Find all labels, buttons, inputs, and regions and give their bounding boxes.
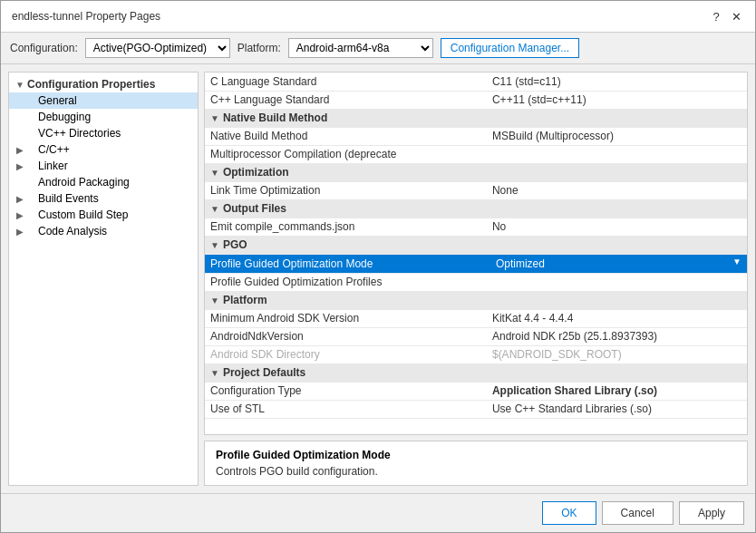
prop-name: C++ Language Standard: [205, 91, 487, 109]
tree-item-build-events[interactable]: ▶ Build Events: [9, 190, 198, 207]
table-row[interactable]: Native Build Method MSBuild (Multiproces…: [205, 127, 747, 145]
table-row[interactable]: Link Time Optimization None: [205, 181, 747, 199]
prop-value: MSBuild (Multiprocessor): [487, 127, 747, 145]
prop-value: C11 (std=c11): [487, 73, 747, 91]
dropdown-arrow-icon[interactable]: ▼: [732, 257, 741, 266]
prop-name-min-sdk: Minimum Android SDK Version: [205, 309, 487, 327]
tree-item-android-packaging[interactable]: Android Packaging: [9, 174, 198, 190]
android-expand-icon: [13, 178, 27, 188]
section-arrow-optimization: ▼: [210, 168, 219, 178]
tree-item-general[interactable]: General: [9, 92, 198, 109]
table-row[interactable]: C++ Language Standard C++11 (std=c++11): [205, 91, 747, 109]
prop-value-pgo-mode: Optimized ▼: [487, 254, 747, 273]
apply-button[interactable]: Apply: [679, 501, 744, 525]
prop-name: Emit compile_commands.json: [205, 218, 487, 236]
section-arrow-native: ▼: [210, 113, 219, 123]
linker-expand-icon: ▶: [13, 161, 27, 171]
section-title-native: ▼Native Build Method: [205, 109, 747, 127]
close-button[interactable]: ✕: [728, 8, 744, 24]
configuration-select[interactable]: Active(PGO-Optimized): [85, 38, 230, 58]
platform-select[interactable]: Android-arm64-v8a: [288, 38, 433, 58]
prop-value-config-type: Application Shared Library (.so): [487, 382, 747, 400]
table-row[interactable]: C Language Standard C11 (std=c11): [205, 73, 747, 91]
tree-root: ▼ Configuration Properties General Debug…: [9, 73, 198, 243]
table-row-pgo-profiles[interactable]: Profile Guided Optimization Profiles: [205, 273, 747, 291]
prop-name: Native Build Method: [205, 127, 487, 145]
section-title-project-defaults: ▼Project Defaults: [205, 363, 747, 382]
build-events-expand-icon: ▶: [13, 194, 27, 204]
section-header-output[interactable]: ▼Output Files: [205, 199, 747, 218]
property-pages-dialog: endless-tunnel Property Pages ? ✕ Config…: [0, 0, 756, 533]
section-header-pgo[interactable]: ▼PGO: [205, 236, 747, 254]
table-row-min-sdk[interactable]: Minimum Android SDK Version KitKat 4.4 -…: [205, 309, 747, 327]
table-row[interactable]: Emit compile_commands.json No: [205, 218, 747, 236]
section-title-optimization: ▼Optimization: [205, 163, 747, 181]
prop-value-pgo-profiles: [487, 273, 747, 291]
tree-item-vc-directories[interactable]: VC++ Directories: [9, 125, 198, 141]
tree-root-label: Configuration Properties: [27, 78, 155, 91]
prop-value-min-sdk: KitKat 4.4 - 4.4.4: [487, 309, 747, 327]
table-row[interactable]: Multiprocessor Compilation (deprecate: [205, 145, 747, 163]
pgo-mode-value: Optimized: [492, 257, 548, 271]
title-bar: endless-tunnel Property Pages ? ✕: [1, 1, 755, 33]
prop-value: [487, 145, 747, 163]
section-arrow-pgo: ▼: [210, 240, 219, 250]
prop-name-pgo-mode: Profile Guided Optimization Mode: [205, 254, 487, 273]
section-title-pgo: ▼PGO: [205, 236, 747, 254]
tree-item-vc-label: VC++ Directories: [38, 127, 121, 140]
prop-value: None: [487, 181, 747, 199]
prop-name: Link Time Optimization: [205, 181, 487, 199]
prop-name: C Language Standard: [205, 73, 487, 91]
prop-name-pgo-profiles: Profile Guided Optimization Profiles: [205, 273, 487, 291]
table-row-sdk-dir[interactable]: Android SDK Directory $(ANDROID_SDK_ROOT…: [205, 345, 747, 363]
section-arrow-output: ▼: [210, 204, 219, 214]
section-header-native[interactable]: ▼Native Build Method: [205, 109, 747, 127]
section-header-project-defaults[interactable]: ▼Project Defaults: [205, 363, 747, 382]
config-label: Configuration:: [10, 42, 78, 54]
section-title-output: ▼Output Files: [205, 199, 747, 218]
tree-item-debugging[interactable]: Debugging: [9, 109, 198, 125]
tree-item-cpp[interactable]: ▶ C/C++: [9, 141, 198, 158]
general-expand-icon: [13, 96, 27, 106]
description-text: Controls PGO build configuration.: [216, 465, 736, 478]
prop-name-stl: Use of STL: [205, 400, 487, 418]
tree-item-linker-label: Linker: [38, 160, 68, 172]
section-arrow-project-defaults: ▼: [210, 368, 219, 378]
table-row-config-type[interactable]: Configuration Type Application Shared Li…: [205, 382, 747, 400]
tree-panel: ▼ Configuration Properties General Debug…: [8, 72, 199, 486]
help-button[interactable]: ?: [708, 8, 724, 24]
tree-item-linker[interactable]: ▶ Linker: [9, 158, 198, 174]
tree-item-android-label: Android Packaging: [38, 176, 130, 189]
tree-item-cpp-label: C/C++: [38, 143, 70, 156]
cpp-expand-icon: ▶: [13, 145, 27, 155]
tree-item-general-label: General: [38, 94, 77, 107]
prop-value-ndk: Android NDK r25b (25.1.8937393): [487, 327, 747, 345]
description-panel: Profile Guided Optimization Mode Control…: [204, 441, 748, 486]
prop-value: No: [487, 218, 747, 236]
tree-item-custom-build-label: Custom Build Step: [38, 208, 128, 221]
tree-item-code-analysis[interactable]: ▶ Code Analysis: [9, 223, 198, 239]
tree-item-build-events-label: Build Events: [38, 192, 99, 205]
root-expand-icon: ▼: [13, 80, 27, 90]
tree-root-item[interactable]: ▼ Configuration Properties: [9, 76, 198, 92]
prop-value: C++11 (std=c++11): [487, 91, 747, 109]
ok-button[interactable]: OK: [542, 501, 596, 525]
table-row-ndk[interactable]: AndroidNdkVersion Android NDK r25b (25.1…: [205, 327, 747, 345]
title-buttons: ? ✕: [708, 8, 744, 24]
section-header-platform[interactable]: ▼Platform: [205, 291, 747, 309]
properties-table: C Language Standard C11 (std=c11) C++ La…: [205, 73, 747, 419]
config-manager-button[interactable]: Configuration Manager...: [441, 38, 579, 58]
prop-name-sdk-dir: Android SDK Directory: [205, 345, 487, 363]
main-content: ▼ Configuration Properties General Debug…: [1, 64, 755, 493]
dialog-footer: OK Cancel Apply: [1, 493, 755, 532]
toolbar: Configuration: Active(PGO-Optimized) Pla…: [1, 33, 755, 64]
cancel-button[interactable]: Cancel: [602, 501, 674, 525]
prop-name-ndk: AndroidNdkVersion: [205, 327, 487, 345]
table-row-stl[interactable]: Use of STL Use C++ Standard Libraries (.…: [205, 400, 747, 418]
table-row-pgo-mode[interactable]: Profile Guided Optimization Mode Optimiz…: [205, 254, 747, 273]
prop-name: Multiprocessor Compilation (deprecate: [205, 145, 487, 163]
section-header-optimization[interactable]: ▼Optimization: [205, 163, 747, 181]
tree-item-custom-build[interactable]: ▶ Custom Build Step: [9, 207, 198, 223]
properties-scroll-area[interactable]: C Language Standard C11 (std=c11) C++ La…: [204, 72, 748, 435]
description-title: Profile Guided Optimization Mode: [216, 449, 736, 461]
